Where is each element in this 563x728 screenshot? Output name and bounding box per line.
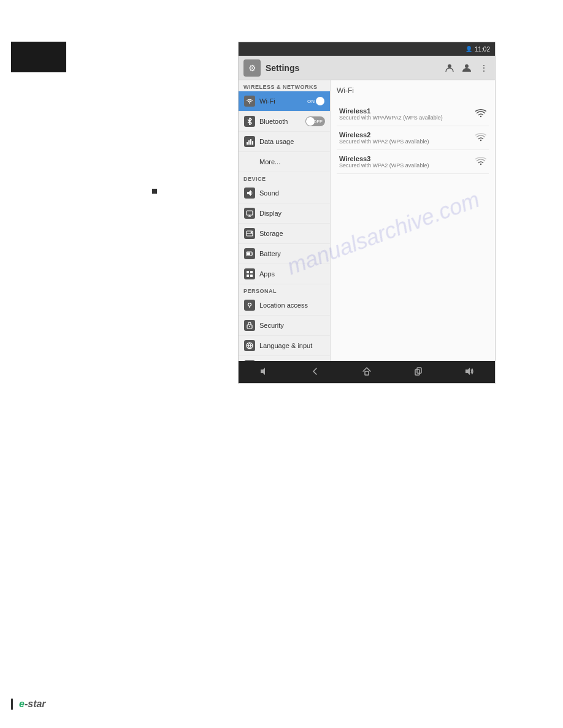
wifi-panel-title: Wi-Fi: [337, 86, 489, 97]
display-label: Display: [259, 210, 282, 217]
volume-down-button[interactable]: [255, 364, 274, 381]
wireless2-signal-icon: [475, 133, 486, 143]
sidebar-item-storage[interactable]: Storage: [239, 224, 330, 244]
bluetooth-toggle-knob: [306, 117, 315, 126]
svg-marker-6: [247, 190, 251, 196]
section-personal: PERSONAL: [239, 284, 330, 295]
settings-icon: ⚙: [243, 59, 261, 77]
display-icon: [243, 207, 256, 219]
wifi-network-wireless3[interactable]: Wireless3 Secured with WPA2 (WPS availab…: [337, 150, 489, 174]
svg-marker-29: [261, 368, 265, 375]
wireless1-signal-icon: [475, 109, 486, 119]
sound-label: Sound: [259, 189, 279, 197]
wireless1-status: Secured with WPA/WPA2 (WPS available): [339, 115, 475, 121]
status-time: 11:02: [475, 46, 490, 53]
wifi-toggle-label: ON: [307, 99, 315, 104]
wifi-label: Wi-Fi: [259, 97, 305, 105]
sound-icon: [243, 187, 256, 199]
bullet-point: [152, 189, 157, 194]
data-usage-label: Data usage: [259, 138, 294, 145]
wifi-panel: Wi-Fi Wireless1 Secured with WPA/WPA2 (W…: [331, 80, 495, 361]
tablet-device: 👤 11:02 ⚙ Settings ⋮: [238, 42, 496, 384]
section-device: DEVICE: [239, 172, 330, 183]
svg-rect-4: [250, 139, 251, 145]
wireless1-name: Wireless1: [339, 107, 475, 115]
wireless2-name: Wireless2: [339, 131, 475, 138]
security-label: Security: [259, 322, 284, 329]
wifi-network-wireless1[interactable]: Wireless1 Secured with WPA/WPA2 (WPS ava…: [337, 102, 489, 126]
svg-rect-30: [365, 371, 369, 375]
wireless3-info: Wireless3 Secured with WPA2 (WPS availab…: [339, 155, 475, 169]
wireless3-signal-icon: [475, 157, 486, 167]
volume-up-button[interactable]: [459, 364, 479, 381]
storage-icon: [243, 227, 256, 240]
sidebar-item-wifi[interactable]: Wi-Fi ON: [239, 91, 330, 112]
svg-rect-18: [250, 271, 253, 273]
wifi-network-wireless2[interactable]: Wireless2 Secured with WPA2 (WPS availab…: [337, 126, 489, 150]
person-icon[interactable]: [443, 62, 456, 74]
storage-label: Storage: [259, 230, 283, 237]
sidebar-item-sound[interactable]: Sound: [239, 183, 330, 203]
sidebar-item-display[interactable]: Display: [239, 203, 330, 224]
svg-point-12: [251, 232, 252, 233]
security-icon: [243, 319, 256, 332]
sidebar-item-battery[interactable]: Battery: [239, 244, 330, 264]
language-label: Language & input: [259, 342, 312, 349]
black-rectangle: [11, 42, 66, 72]
sidebar-item-bluetooth[interactable]: Bluetooth OFF: [239, 112, 330, 132]
user-icon: 👤: [465, 46, 472, 52]
svg-point-0: [448, 64, 451, 68]
app-bar-actions: ⋮: [443, 62, 490, 74]
battery-icon: [243, 248, 256, 260]
wifi-toggle[interactable]: ON: [305, 96, 325, 106]
apps-label: Apps: [259, 270, 275, 278]
sidebar-item-data-usage[interactable]: Data usage: [239, 132, 330, 152]
app-bar: ⚙ Settings ⋮: [239, 56, 495, 80]
nav-bar: [239, 361, 495, 383]
battery-label: Battery: [259, 250, 281, 257]
person2-icon[interactable]: [461, 62, 473, 74]
svg-rect-5: [252, 141, 253, 145]
wireless3-name: Wireless3: [339, 155, 475, 162]
more-icon[interactable]: ⋮: [478, 62, 490, 74]
location-icon: [243, 299, 256, 311]
back-button[interactable]: [305, 364, 325, 381]
bluetooth-toggle[interactable]: OFF: [305, 116, 325, 126]
svg-marker-33: [465, 368, 470, 375]
language-icon: [243, 339, 256, 352]
svg-rect-1: [465, 64, 469, 68]
bluetooth-label: Bluetooth: [259, 118, 305, 125]
more-options-icon: [243, 156, 256, 168]
home-button[interactable]: [357, 364, 377, 381]
section-wireless-networks: WIRELESS & NETWORKS: [239, 80, 330, 91]
sidebar-item-more[interactable]: More...: [239, 152, 330, 172]
wireless2-status: Secured with WPA2 (WPS available): [339, 138, 475, 145]
svg-rect-17: [247, 271, 249, 273]
status-icons: 👤 11:02: [465, 46, 490, 53]
bluetooth-icon: [243, 115, 256, 127]
status-bar: 👤 11:02: [239, 42, 495, 56]
apps-icon: [243, 268, 256, 280]
svg-rect-3: [248, 140, 250, 145]
svg-rect-20: [250, 275, 253, 277]
recents-button[interactable]: [408, 364, 428, 381]
svg-rect-19: [247, 275, 249, 277]
more-label: More...: [259, 158, 280, 165]
main-content: WIRELESS & NETWORKS Wi-Fi ON: [239, 80, 495, 361]
svg-rect-2: [247, 142, 248, 145]
sidebar-item-backup[interactable]: Backup & reset: [239, 356, 330, 361]
sidebar-item-apps[interactable]: Apps: [239, 264, 330, 284]
brand-prefix: e: [19, 699, 25, 709]
app-title: Settings: [266, 63, 443, 73]
sidebar: WIRELESS & NETWORKS Wi-Fi ON: [239, 80, 331, 361]
sidebar-item-location[interactable]: Location access: [239, 295, 330, 316]
sidebar-item-security[interactable]: Security: [239, 316, 330, 336]
brand-name: e-star: [19, 699, 46, 709]
location-label: Location access: [259, 301, 308, 309]
svg-point-23: [249, 326, 250, 327]
wifi-icon: [243, 95, 256, 107]
sidebar-item-language[interactable]: Language & input: [239, 336, 330, 356]
wireless1-info: Wireless1 Secured with WPA/WPA2 (WPS ava…: [339, 107, 475, 121]
wireless3-status: Secured with WPA2 (WPS available): [339, 162, 475, 169]
brand-suffix: -star: [25, 699, 46, 709]
